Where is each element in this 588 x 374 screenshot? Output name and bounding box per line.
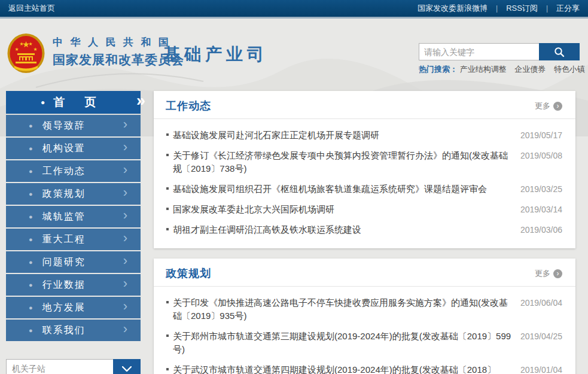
news-link[interactable]: 胡祖才副主任调研沿江高铁及铁水联运系统建设 bbox=[173, 224, 361, 235]
chevron-right-icon: › bbox=[123, 300, 127, 313]
svg-text:★: ★ bbox=[28, 41, 32, 47]
bullet-icon: ● bbox=[29, 213, 33, 220]
sidebar-item-work-news[interactable]: ● 工作动态 › bbox=[6, 160, 141, 182]
sidebar-item-label: 地方发展 bbox=[42, 302, 86, 314]
bullet-icon: ● bbox=[29, 327, 33, 334]
search-input[interactable] bbox=[419, 43, 539, 60]
list-item: 关于修订《长江经济带绿色发展专项中央预算内投资管理暂行办法》的通知(发改基础规〔… bbox=[166, 145, 562, 179]
sidebar-item-label: 重大工程 bbox=[42, 233, 86, 246]
sidebar-item-label: 领导致辞 bbox=[42, 120, 86, 132]
chevron-right-icon: › bbox=[123, 163, 127, 177]
more-label: 更多 bbox=[535, 101, 550, 111]
sidebar-item-home[interactable]: ● 首 页 » bbox=[6, 91, 141, 114]
weibo-link[interactable]: 国家发改委新浪微博 bbox=[418, 3, 488, 14]
square-bullet-icon bbox=[166, 301, 169, 303]
list-item: 基础设施发展司赴河北石家庄正定机场开展专题调研 2019/05/17 bbox=[166, 125, 562, 145]
chevron-right-icon: › bbox=[123, 254, 127, 267]
subsite-dropdown-button[interactable] bbox=[113, 359, 141, 374]
hot-search-row: 热门搜索： 产业结构调整 企业债券 特色小镇 bbox=[419, 64, 588, 75]
sidebar-item-label: 工作动态 bbox=[42, 165, 86, 178]
news-link[interactable]: 关于郑州市城市轨道交通第三期建设规划(2019-2024年)的批复(发改基础〔2… bbox=[173, 331, 511, 354]
svg-text:★: ★ bbox=[19, 41, 23, 47]
share-link[interactable]: 正分享 bbox=[556, 3, 580, 14]
bullet-icon: ● bbox=[41, 98, 45, 107]
sidebar-item-major-projects[interactable]: ● 重大工程 › bbox=[6, 229, 141, 250]
policy-planning-section: 政策规划 更多 › 关于印发《加快推进高速公路电子不停车快捷收费应用服务实施方案… bbox=[154, 259, 575, 374]
section-title: 政策规划 bbox=[166, 266, 211, 281]
search-icon bbox=[554, 47, 565, 57]
chevron-down-icon bbox=[122, 366, 132, 372]
national-emblem-logo: ★ ★ ★ ★ ★ bbox=[7, 33, 45, 74]
chevron-right-icon: » bbox=[136, 92, 145, 110]
bullet-icon: ● bbox=[29, 168, 33, 175]
sidebar-item-label: 联系我们 bbox=[42, 324, 86, 337]
news-link[interactable]: 基础设施发展司赴河北石家庄正定机场开展专题调研 bbox=[173, 130, 379, 140]
sidebar-item-local-development[interactable]: ● 地方发展 › bbox=[6, 297, 141, 318]
news-date: 2019/05/08 bbox=[520, 149, 562, 162]
sidebar-item-industry-data[interactable]: ● 行业数据 › bbox=[6, 274, 141, 296]
hot-search-link-bonds[interactable]: 企业债券 bbox=[514, 65, 546, 74]
sidebar-item-leader-message[interactable]: ● 领导致辞 › bbox=[6, 115, 141, 136]
bullet-icon: ● bbox=[29, 259, 33, 266]
bullet-icon: ● bbox=[29, 190, 33, 197]
svg-text:★: ★ bbox=[14, 47, 19, 52]
chevron-right-icon: › bbox=[123, 209, 127, 222]
sidebar-item-policy-planning[interactable]: ● 政策规划 › bbox=[6, 183, 141, 205]
more-arrow-icon: › bbox=[553, 269, 562, 278]
top-bar: 返回主站首页 国家发改委新浪微博 | RSS订阅 | 正分享 bbox=[0, 0, 588, 19]
bullet-icon: ● bbox=[29, 236, 33, 243]
square-bullet-icon bbox=[166, 208, 169, 210]
sidebar-nav: ● 首 页 » ● 领导致辞 › ● 机构设置 › ● 工作动态 › ● 政策规… bbox=[6, 91, 141, 342]
main-content: 工作动态 更多 › 基础设施发展司赴河北石家庄正定机场开展专题调研 2019/0… bbox=[154, 91, 575, 374]
square-bullet-icon bbox=[166, 154, 169, 156]
more-link[interactable]: 更多 › bbox=[535, 101, 562, 111]
hot-search-label: 热门搜索： bbox=[419, 65, 458, 74]
sidebar-item-rail-supervision[interactable]: ● 城轨监管 › bbox=[6, 206, 141, 227]
list-item: 基础设施发展司组织召开《枢纽机场旅客轨道集疏运系统研究》课题结题评审会 2019… bbox=[166, 179, 562, 199]
news-link[interactable]: 国家发展改革委赴北京大兴国际机场调研 bbox=[173, 204, 334, 214]
chevron-right-icon: › bbox=[123, 118, 127, 131]
site-header: ★ ★ ★ ★ ★ 中华人民共和国 国家发展和改革委员会 基础产业司 热门搜索：… bbox=[0, 19, 588, 89]
more-link[interactable]: 更多 › bbox=[535, 268, 562, 279]
sidebar-item-label: 政策规划 bbox=[42, 188, 86, 200]
sidebar-item-label: 城轨监管 bbox=[42, 211, 86, 223]
work-news-section: 工作动态 更多 › 基础设施发展司赴河北石家庄正定机场开展专题调研 2019/0… bbox=[154, 91, 575, 248]
sidebar-item-label: 问题研究 bbox=[42, 256, 86, 269]
news-date: 2019/03/25 bbox=[520, 183, 562, 196]
hot-search-link-industry[interactable]: 产业结构调整 bbox=[460, 65, 507, 74]
bullet-icon: ● bbox=[29, 281, 33, 288]
square-bullet-icon bbox=[166, 228, 169, 230]
square-bullet-icon bbox=[166, 187, 169, 190]
chevron-right-icon: › bbox=[123, 277, 127, 290]
bullet-icon: ● bbox=[29, 122, 33, 129]
news-link[interactable]: 关于修订《长江经济带绿色发展专项中央预算内投资管理暂行办法》的通知(发改基础规〔… bbox=[173, 150, 508, 174]
sidebar-item-label: 机构设置 bbox=[42, 142, 86, 155]
news-date: 2019/06/04 bbox=[520, 296, 562, 309]
chevron-right-icon: › bbox=[123, 323, 127, 336]
sidebar-item-organization[interactable]: ● 机构设置 › bbox=[6, 138, 141, 159]
list-item: 胡祖才副主任调研沿江高铁及铁水联运系统建设 2019/03/06 bbox=[166, 220, 562, 240]
svg-text:★: ★ bbox=[33, 47, 37, 52]
news-link[interactable]: 关于印发《加快推进高速公路电子不停车快捷收费应用服务实施方案》的通知(发改基础〔… bbox=[173, 297, 508, 321]
bullet-icon: ● bbox=[29, 304, 33, 311]
sidebar-item-research[interactable]: ● 问题研究 › bbox=[6, 251, 141, 273]
sidebar-item-contact-us[interactable]: ● 联系我们 › bbox=[6, 320, 141, 341]
department-title: 基础产业司 bbox=[163, 43, 268, 66]
bullet-icon: ● bbox=[29, 145, 33, 152]
search-button[interactable] bbox=[539, 43, 580, 60]
news-date: 2019/01/04 bbox=[520, 363, 562, 374]
news-link[interactable]: 基础设施发展司组织召开《枢纽机场旅客轨道集疏运系统研究》课题结题评审会 bbox=[173, 184, 487, 194]
back-to-main-site-link[interactable]: 返回主站首页 bbox=[8, 3, 55, 14]
news-link[interactable]: 关于武汉市城市轨道交通第四期建设规划(2019-2024年)的批复(发改基础〔2… bbox=[173, 364, 496, 374]
news-date: 2019/04/25 bbox=[520, 330, 562, 343]
sidebar-item-label: 行业数据 bbox=[42, 279, 86, 291]
more-label: 更多 bbox=[535, 268, 550, 279]
hot-search-link-towns[interactable]: 特色小镇 bbox=[554, 65, 585, 74]
rss-link[interactable]: RSS订阅 bbox=[506, 3, 538, 14]
news-date: 2019/03/14 bbox=[520, 203, 562, 216]
list-item: 关于武汉市城市轨道交通第四期建设规划(2019-2024年)的批复(发改基础〔2… bbox=[166, 360, 562, 374]
separator: | bbox=[496, 4, 498, 13]
chevron-right-icon: › bbox=[123, 186, 127, 199]
subsite-select[interactable]: 机关子站 bbox=[6, 359, 141, 374]
more-arrow-icon: › bbox=[553, 102, 562, 111]
